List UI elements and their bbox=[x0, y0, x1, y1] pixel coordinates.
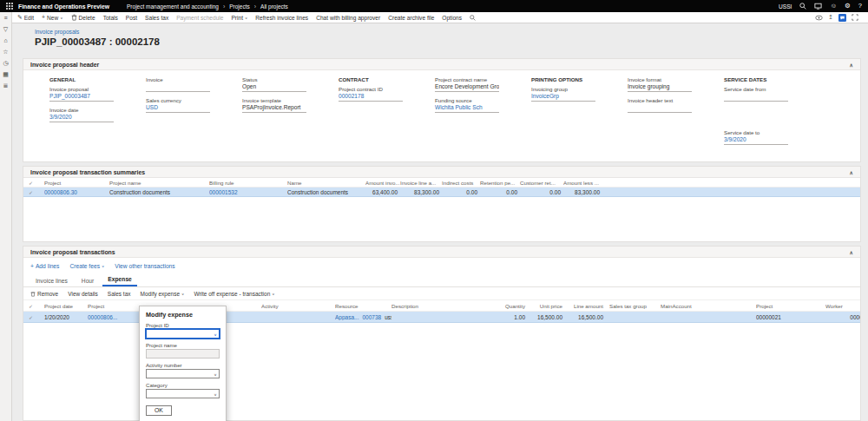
service-date-from-value[interactable] bbox=[724, 93, 788, 102]
column-header[interactable]: Indirect costs bbox=[442, 180, 480, 186]
collapse-chevron-icon[interactable]: ∧ bbox=[850, 169, 853, 175]
modules-icon[interactable]: ▦ bbox=[3, 71, 9, 77]
column-header[interactable]: Activity bbox=[261, 303, 335, 309]
create-fees-button[interactable]: Create fees ∨ bbox=[69, 263, 104, 269]
summary-table-row[interactable]: ✓ 00000806.30 Construction documents 000… bbox=[23, 187, 860, 197]
cell-project[interactable]: 00000806... bbox=[88, 314, 140, 320]
tab-invoice-lines[interactable]: Invoice lines bbox=[30, 276, 73, 286]
column-header[interactable]: Description bbox=[391, 303, 487, 309]
category-combobox[interactable]: ∨ bbox=[146, 389, 220, 398]
search-icon[interactable] bbox=[799, 3, 806, 10]
workspaces-icon[interactable]: ≣ bbox=[3, 82, 9, 89]
invoice-header-text-value[interactable] bbox=[628, 104, 692, 113]
project-contract-name-value[interactable]: Encore Development Group bbox=[435, 83, 499, 92]
app-launcher-icon[interactable] bbox=[6, 3, 13, 10]
panel-header[interactable]: Invoice proposal header ∧ bbox=[23, 59, 860, 70]
column-header[interactable]: Worker bbox=[825, 303, 860, 309]
sales-tax-button[interactable]: Sales tax bbox=[145, 15, 168, 21]
breadcrumb-module[interactable]: Project management and accounting bbox=[127, 3, 219, 10]
feedback-icon[interactable]: ☺ bbox=[830, 3, 837, 10]
ok-button[interactable]: OK bbox=[146, 405, 172, 416]
company-picker[interactable]: USSI bbox=[779, 3, 792, 10]
write-off-expense-button[interactable]: Write off expense - transaction ∨ bbox=[194, 291, 274, 297]
fullscreen-icon[interactable] bbox=[852, 14, 858, 21]
breadcrumb-all-projects[interactable]: All projects bbox=[260, 3, 288, 10]
collapse-chevron-icon[interactable]: ∧ bbox=[850, 62, 853, 68]
column-header[interactable]: Sales tax group bbox=[606, 303, 661, 309]
edit-button[interactable]: ✎ Edit bbox=[17, 15, 34, 21]
action-search-icon[interactable] bbox=[470, 15, 476, 21]
panel-header[interactable]: Invoice proposal transactions ∧ bbox=[23, 247, 860, 258]
resource-name[interactable]: Appasa... bbox=[335, 314, 358, 320]
sales-currency-value[interactable]: USD bbox=[146, 104, 210, 113]
print-button[interactable]: Print ∨ bbox=[231, 15, 247, 21]
column-header[interactable]: MainAccount bbox=[661, 303, 756, 309]
recent-icon[interactable]: ◷ bbox=[3, 60, 8, 66]
resource-id[interactable]: 000738 bbox=[362, 314, 381, 320]
column-header[interactable]: Invoice line a... bbox=[400, 180, 442, 186]
options-button[interactable]: Options bbox=[442, 15, 462, 21]
select-all-checkbox[interactable]: ✓ bbox=[23, 303, 44, 309]
column-header[interactable]: Retention pe... bbox=[480, 180, 520, 186]
back-link-invoice-proposals[interactable]: Invoice proposals bbox=[35, 29, 79, 35]
remove-button[interactable]: Remove bbox=[30, 291, 58, 297]
tab-hour[interactable]: Hour bbox=[76, 276, 100, 286]
column-header[interactable]: Line amount bbox=[565, 303, 606, 309]
view-other-transactions-button[interactable]: View other transactions bbox=[115, 263, 174, 269]
column-header[interactable]: Quantity bbox=[487, 303, 528, 309]
invoicing-group-value[interactable]: InvoiceGrp bbox=[531, 93, 595, 102]
column-header[interactable]: Customer ret... bbox=[520, 180, 563, 186]
filter-icon[interactable]: ▽ bbox=[3, 26, 8, 32]
row-checkbox[interactable]: ✓ bbox=[23, 189, 44, 195]
tab-expense[interactable]: Expense bbox=[102, 274, 137, 286]
menu-icon[interactable]: ≡ bbox=[3, 15, 7, 21]
post-button[interactable]: Post bbox=[126, 15, 137, 21]
app-title[interactable]: Finance and Operations Preview bbox=[18, 3, 109, 10]
column-header[interactable]: Billing rule bbox=[209, 180, 287, 186]
help-icon[interactable]: ? bbox=[858, 3, 862, 10]
column-header[interactable]: Project bbox=[88, 303, 140, 309]
breadcrumb-projects[interactable]: Projects bbox=[229, 3, 249, 10]
view-details-button[interactable]: View details bbox=[68, 291, 98, 297]
upload-icon[interactable]: ↥ bbox=[828, 14, 833, 21]
chevron-down-icon[interactable]: ∨ bbox=[214, 332, 217, 336]
create-archive-file-button[interactable]: Create archive file bbox=[388, 15, 434, 21]
collapse-chevron-icon[interactable]: ∧ bbox=[850, 249, 853, 255]
invoice-format-value[interactable]: Invoice grouping bbox=[628, 83, 692, 92]
service-date-to-value[interactable]: 3/9/2020 bbox=[724, 136, 788, 145]
invoice-proposal-value[interactable]: PJIP_00003487 bbox=[49, 93, 114, 102]
devices-icon[interactable] bbox=[814, 3, 822, 10]
column-header[interactable]: Amount invo... bbox=[365, 180, 400, 186]
delete-button[interactable]: Delete bbox=[71, 14, 95, 21]
column-header[interactable]: Project bbox=[756, 303, 825, 309]
settings-gear-icon[interactable]: ⚙ bbox=[845, 3, 851, 10]
column-header[interactable]: Unit price bbox=[528, 303, 565, 309]
column-header[interactable]: Name bbox=[287, 180, 365, 186]
activity-number-combobox[interactable]: ∨ bbox=[146, 369, 220, 378]
column-header[interactable]: Project date bbox=[44, 303, 88, 309]
row-checkbox[interactable]: ✓ bbox=[23, 314, 44, 320]
invoice-date-value[interactable]: 3/9/2020 bbox=[49, 114, 114, 122]
totals-button[interactable]: Totals bbox=[103, 15, 118, 21]
funding-source-value[interactable]: Wichita Public Sch bbox=[435, 104, 499, 113]
chevron-down-icon[interactable]: ∨ bbox=[214, 372, 217, 376]
column-header[interactable]: Amount less ... bbox=[563, 180, 602, 186]
home-icon[interactable]: ⌂ bbox=[3, 37, 7, 43]
sales-tax-button[interactable]: Sales tax bbox=[108, 291, 131, 297]
column-header[interactable]: Project bbox=[44, 180, 109, 186]
column-header[interactable]: Project name bbox=[109, 180, 209, 186]
new-button[interactable]: + New ∨ bbox=[42, 15, 62, 21]
cell-billing-rule[interactable]: 000001532 bbox=[209, 189, 287, 195]
invoice-value[interactable] bbox=[146, 83, 210, 92]
visibility-icon[interactable] bbox=[815, 15, 823, 21]
select-all-checkbox[interactable]: ✓ bbox=[23, 180, 44, 186]
refresh-invoice-lines-button[interactable]: Refresh invoice lines bbox=[255, 15, 308, 21]
modify-expense-button[interactable]: Modify expense ∨ bbox=[141, 291, 185, 297]
chevron-down-icon[interactable]: ∨ bbox=[214, 391, 217, 396]
add-lines-button[interactable]: + Add lines bbox=[30, 263, 59, 269]
project-contract-id-value[interactable]: 00002178 bbox=[339, 93, 403, 102]
invoice-template-value[interactable]: PSAProjInvoice.Report bbox=[242, 104, 306, 113]
chat-with-billing-approver-button[interactable]: Chat with billing approver bbox=[316, 15, 380, 21]
project-id-combobox[interactable]: ∨ bbox=[146, 329, 220, 339]
cell-project[interactable]: 00000806.30 bbox=[44, 189, 109, 195]
